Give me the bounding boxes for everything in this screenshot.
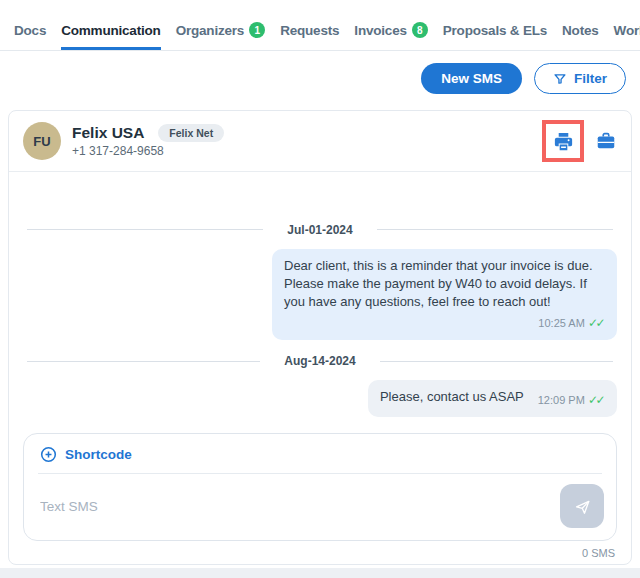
message-row: Dear client, this is a reminder that you… xyxy=(19,249,621,344)
page-background-strip xyxy=(0,568,640,578)
archive-button[interactable] xyxy=(595,130,617,152)
sms-count: 0 SMS xyxy=(9,543,631,564)
print-button[interactable] xyxy=(552,130,575,153)
printer-icon xyxy=(552,130,575,153)
sms-text-input[interactable] xyxy=(40,499,560,514)
filter-button[interactable]: Filter xyxy=(534,63,626,94)
shortcode-label: Shortcode xyxy=(65,447,132,462)
invoices-count-badge: 8 xyxy=(412,22,428,38)
tab-invoices[interactable]: Invoices 8 xyxy=(354,22,427,50)
header-icons xyxy=(542,120,617,162)
tab-bar: Docs Communication Organizers 1 Requests… xyxy=(0,0,640,51)
organizers-count-badge: 1 xyxy=(249,22,265,38)
shortcode-button[interactable]: Shortcode xyxy=(36,444,136,473)
contact-tag-badge: Felix Net xyxy=(158,124,224,142)
date-divider: Jul-01-2024 xyxy=(27,223,613,237)
tab-proposals-els[interactable]: Proposals & ELs xyxy=(443,23,547,50)
target-highlight-box xyxy=(542,120,584,162)
paper-plane-icon xyxy=(573,497,592,516)
composer-wrap: Shortcode xyxy=(9,429,631,543)
message-row: Please, contact us ASAP 12:09 PM ✓✓ xyxy=(19,380,621,421)
tab-communication[interactable]: Communication xyxy=(61,23,160,50)
funnel-icon xyxy=(553,72,567,86)
date-label: Aug-14-2024 xyxy=(284,354,355,368)
new-sms-button[interactable]: New SMS xyxy=(421,63,522,94)
date-label: Jul-01-2024 xyxy=(287,223,352,237)
tab-notes[interactable]: Notes xyxy=(562,23,599,50)
circle-plus-icon xyxy=(40,446,57,463)
message-time: 12:09 PM xyxy=(538,394,585,406)
message-bubble: Please, contact us ASAP 12:09 PM ✓✓ xyxy=(368,380,617,417)
avatar: FU xyxy=(23,122,61,160)
contact-name: Felix USA xyxy=(72,124,144,142)
send-button[interactable] xyxy=(560,484,604,528)
filter-button-label: Filter xyxy=(574,71,607,86)
read-receipt-icon: ✓✓ xyxy=(588,393,605,407)
message-text: Please, contact us ASAP xyxy=(380,389,524,404)
contact-header: FU Felix USA Felix Net +1 317-284-9658 xyxy=(9,111,631,172)
message-thread: Jul-01-2024 Dear client, this is a remin… xyxy=(9,172,631,429)
date-divider: Aug-14-2024 xyxy=(27,354,613,368)
communication-panel: FU Felix USA Felix Net +1 317-284-9658 xyxy=(8,110,632,565)
message-meta: 12:09 PM ✓✓ xyxy=(538,392,605,409)
message-text: Dear client, this is a reminder that you… xyxy=(284,258,593,309)
briefcase-icon xyxy=(595,130,617,152)
tab-invoices-label: Invoices xyxy=(354,23,406,38)
message-bubble: Dear client, this is a reminder that you… xyxy=(272,249,617,340)
tab-requests[interactable]: Requests xyxy=(280,23,339,50)
tab-organizers-label: Organizers xyxy=(176,23,245,38)
contact-phone: +1 317-284-9658 xyxy=(72,144,224,158)
contact-info: Felix USA Felix Net +1 317-284-9658 xyxy=(72,124,224,158)
message-time: 10:25 AM xyxy=(538,317,584,329)
action-row: New SMS Filter xyxy=(0,51,640,110)
message-meta: 10:25 AM ✓✓ xyxy=(538,315,605,332)
tab-organizers[interactable]: Organizers 1 xyxy=(176,22,266,50)
read-receipt-icon: ✓✓ xyxy=(588,316,605,330)
sms-composer: Shortcode xyxy=(23,433,617,541)
tab-docs[interactable]: Docs xyxy=(14,23,46,50)
tab-workflow[interactable]: Workflow xyxy=(614,23,640,50)
